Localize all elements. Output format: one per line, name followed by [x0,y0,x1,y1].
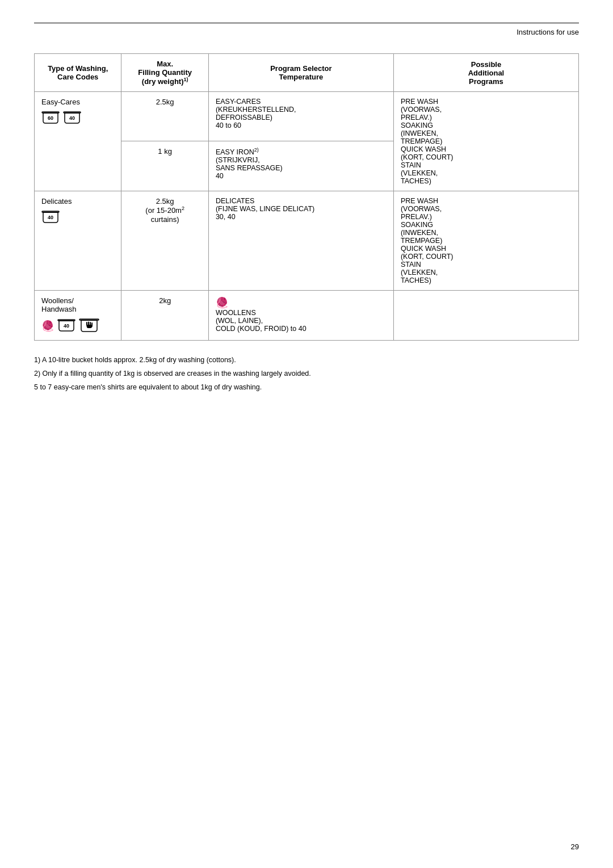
col1-label: Type of Washing, Care Codes [48,64,108,81]
col-header-poss: Possible Additional Programs [393,54,578,92]
woollens-prog: 🧶 WOOLLENS (WOL, LAINE), COLD (KOUD, FRO… [208,291,393,341]
footnote-1: 1) A 10-litre bucket holds approx. 2.5kg… [34,354,579,366]
woollens-possible [393,291,578,341]
woollens-label: Woollens/Handwash [41,296,76,313]
delicates-tub40-icon: 40 [41,209,60,225]
col4-line2: Additional [468,69,505,77]
instructions-table: Type of Washing, Care Codes Max. Filling… [34,53,579,341]
svg-text:40: 40 [64,323,69,329]
easy-cares-possible: PRE WASH(VOORWAS,PRELAV.) SOAKING(INWEKE… [393,92,578,191]
table-row: Easy-Cares 60 [35,92,579,141]
delicates-icons: 40 [41,209,114,225]
svg-text:60: 60 [48,115,53,121]
header-text: Instructions for use [517,28,579,36]
woollens-prog-icon: 🧶 [216,297,228,308]
col3-line1: Program Selector [270,64,331,73]
col2-sup: 1) [183,77,188,82]
col3-line2: Temperature [279,73,324,81]
col-header-type: Type of Washing, Care Codes [35,54,121,92]
svg-text:40: 40 [48,215,53,220]
tub60-icon: 60 [41,110,60,126]
easy-cares-label: Easy-Cares [41,98,80,106]
easy-iron-sup: 2) [254,147,259,153]
footnotes: 1) A 10-litre bucket holds approx. 2.5kg… [34,354,579,393]
table-row: Delicates 40 2.5kg (or 15-20m2curtains) [35,191,579,291]
woollens-icons: 🧶 40 [41,317,114,334]
table-row: Woollens/Handwash 🧶 40 [35,291,579,341]
easy-cares-fill-2: 1 kg [121,141,208,191]
easy-cares-type-cell: Easy-Cares 60 [35,92,121,191]
col2-line3: (dry weight) [142,77,184,86]
woollens-type-cell: Woollens/Handwash 🧶 40 [35,291,121,341]
delicates-prog: DELICATES (FIJNE WAS, LINGE DELICAT) 30,… [208,191,393,291]
header-title: Instructions for use [34,23,579,36]
footnote-2-text: 2) Only if a filling quantity of 1kg is … [34,370,311,378]
sq-sup: 2 [182,206,184,211]
col2-line1: Max. [157,60,173,68]
woollens-tub40-icon: 40 [57,317,75,334]
col2-line2: Filling Quantity [138,68,192,77]
footnote-3-text: 5 to 7 easy-care men's shirts are equiva… [34,383,262,391]
delicates-type-cell: Delicates 40 [35,191,121,291]
col-header-prog: Program Selector Temperature [208,54,393,92]
easy-cares-prog-2: EASY IRON2) (STRIJKVRIJ, SANS REPASSAGE)… [208,141,393,191]
woollens-fill: 2kg [121,291,208,341]
wool-ball-icon: 🧶 [41,320,54,332]
page-number: 29 [571,842,579,851]
easy-cares-prog-1: EASY-CARES (KREUKHERSTELLEND, DEFROISSAB… [208,92,393,141]
delicates-possible: PRE WASH(VOORWAS,PRELAV.) SOAKING(INWEKE… [393,191,578,291]
handwash-icon [79,317,99,334]
easy-cares-fill-1: 2.5kg [121,92,208,141]
footnote-2: 2) Only if a filling quantity of 1kg is … [34,368,579,379]
footnote-1-text: 1) A 10-litre bucket holds approx. 2.5kg… [34,356,236,364]
footnote-3: 5 to 7 easy-care men's shirts are equiva… [34,381,579,393]
delicates-label: Delicates [41,197,72,206]
col4-line1: Possible [471,60,501,69]
tub40-icon: 40 [63,110,81,126]
easy-cares-icons: 60 40 [41,110,114,126]
col-header-fill: Max. Filling Quantity (dry weight)1) [121,54,208,92]
col4-line3: Programs [469,77,503,86]
delicates-fill: 2.5kg (or 15-20m2curtains) [121,191,208,291]
svg-text:40: 40 [69,115,75,121]
